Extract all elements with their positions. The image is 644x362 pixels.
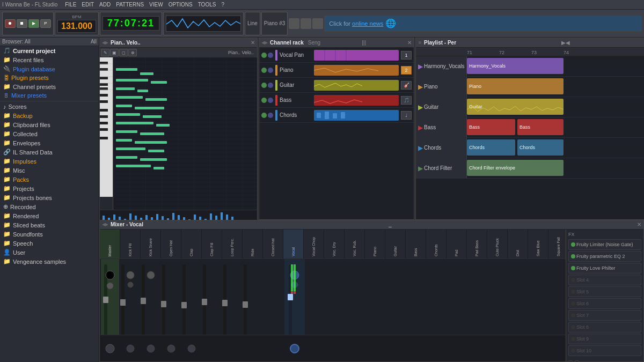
menu-options[interactable]: OPTIONS [166,2,195,8]
ch-pattern-piano[interactable] [314,65,399,76]
cr-num-2[interactable]: 2 [401,66,412,75]
fx-slot-7[interactable]: Slot 7 [568,310,641,321]
mixer-side-fader-2[interactable] [575,360,579,361]
cr-solo-4[interactable] [268,98,273,103]
fx-slot-2[interactable]: Fruity parametric EQ 2 [568,251,641,262]
pl-block-filter-1[interactable]: Chord Filter envelope [467,160,564,176]
menu-patterns[interactable]: PATTERNS [114,2,146,8]
ch-pattern-1[interactable] [314,50,399,61]
fx-slot-3[interactable]: Fruity Love Philter [568,263,641,274]
mixer-ch-loop-perc[interactable]: Loop Perc. [222,230,243,258]
piano-roll-notes-area[interactable] [113,57,257,210]
record-button[interactable]: ⏺ [5,19,16,28]
mixer-ch-kick-fill[interactable]: Kick Fill [120,230,141,258]
mixer-close[interactable]: ✕ [637,221,641,227]
sidebar-item-collected[interactable]: 📁 Collected [0,129,99,138]
sidebar-item-il-shared[interactable]: 🔗 IL Shared Data [0,147,99,157]
sidebar-item-recorded[interactable]: ⊕ Recorded [0,202,99,211]
sidebar-item-plugin-database[interactable]: 🔌 Plugin database [0,64,99,73]
cr-mute-3[interactable] [261,83,267,88]
sidebar-item-scores[interactable]: ♪ Scores [0,102,99,111]
mixer-ch-bass-mix[interactable]: Bass [406,230,426,258]
cr-mute-1[interactable] [261,53,267,58]
mixer-ch-cute-pluck[interactable]: Cute Pluck [487,230,508,258]
sidebar-item-user[interactable]: 👤 User [0,248,99,257]
fx-slot-1[interactable]: Fruity Limiter (Noise Gate) [568,239,641,250]
cr-num-3[interactable]: 🎸 [401,81,412,90]
fx-slot-10[interactable]: Slot 10 [568,345,641,356]
sidebar-item-impulses[interactable]: 📁 Impulses [0,157,99,166]
mixer-ch-guitar-mix[interactable]: Guitar [385,230,406,258]
ch-pattern-guitar[interactable] [314,80,399,91]
sidebar-item-current-project[interactable]: 🎵 Current project [0,46,99,55]
pl-track-content-chords[interactable]: Chords Chords [467,138,644,158]
sidebar-item-envelopes[interactable]: 📁 Envelopes [0,138,99,147]
pl-block-piano-1[interactable]: Piano [467,78,564,94]
pl-track-content-piano[interactable]: Piano [467,77,644,97]
sidebar-expand-btn[interactable]: All [91,39,97,45]
mixer-minimize[interactable]: _ [389,221,392,227]
pl-block-guitar-1[interactable]: Guitar [467,99,564,115]
sidebar-item-speech[interactable]: 📁 Speech [0,239,99,248]
cr-solo-5[interactable] [268,113,273,118]
channel-rack-close[interactable]: ✕ [407,40,412,46]
pl-track-content-bass[interactable]: Bass Bass [467,117,644,137]
menu-tools[interactable]: TOOLS [196,2,218,8]
pl-track-content-vocals[interactable]: Harmony_Vocals [467,56,644,76]
mixer-ch-ride[interactable]: Ride [243,230,263,258]
sidebar-item-channel-presets[interactable]: 📁 Channel presets [0,82,99,91]
ch-pattern-bass[interactable] [314,95,399,106]
sidebar-item-clipboard[interactable]: 📁 Clipboard files [0,120,99,129]
menu-add[interactable]: ADD [97,2,113,8]
fx-slot-9[interactable]: Slot 9 [568,334,641,344]
sidebar-item-recent-files[interactable]: 📁 Recent files [0,55,99,64]
pl-block-chords-2[interactable]: Chords [517,139,564,156]
mixer-ch-vocal-chop[interactable]: Vocal Chop [304,230,324,258]
mixer-ch-dist[interactable]: Dist [508,230,528,258]
ch-pattern-chords[interactable] [314,110,399,121]
pl-track-content-filter[interactable]: Chord Filter envelope [467,158,644,178]
mixer-ch-open-hat[interactable]: Open Hat [161,230,181,258]
play-button[interactable]: ▶ [28,19,39,28]
pr-tool-erase[interactable]: ◻ [119,49,128,56]
menu-edit[interactable]: EDIT [79,2,96,8]
cr-num-5[interactable]: ♩ [401,111,412,120]
toolbar-icon-1[interactable] [289,18,299,29]
news-link[interactable]: online news [352,20,383,27]
menu-view[interactable]: VIEW [147,2,165,8]
mixer-ch-voc-dry[interactable]: Voc. Dry [324,230,345,258]
sidebar-item-mixer-presets[interactable]: 🎚 Mixer presets [0,91,99,100]
mixer-ch-voc-rub[interactable]: Voc. Rub. [345,230,365,258]
mixer-side-fader-1[interactable] [568,360,573,361]
toolbar-icon-2[interactable] [301,18,311,29]
pl-block-bass-1[interactable]: Bass [467,119,515,135]
cr-mute-5[interactable] [261,113,267,118]
mixer-ch-vocal[interactable]: Vocal [283,230,304,258]
cr-num-1[interactable]: 1 [401,51,412,60]
fx-slot-8[interactable]: Slot 8 [568,322,641,333]
cr-solo-1[interactable] [268,53,273,58]
pl-block-chords-1[interactable]: Chords [467,139,515,156]
sidebar-item-misc[interactable]: 📁 Misc [0,166,99,175]
stop-button[interactable]: ⏹ [17,19,27,28]
pr-tool-zoom[interactable]: ⊕ [128,49,137,56]
pl-block-vocals-1[interactable]: Harmony_Vocals [467,58,564,74]
mixer-ch-closed-hat[interactable]: Closed hat [263,230,283,258]
pl-block-bass-2[interactable]: Bass [517,119,564,135]
mixer-ch-chords-mix[interactable]: Chords [426,230,447,258]
pattern-button[interactable]: P [40,19,51,28]
mixer-ch-clap[interactable]: Clap [181,230,202,258]
mixer-ch-master[interactable]: Master [100,230,120,258]
fx-slot-5[interactable]: Slot 5 [568,286,641,297]
pl-track-content-guitar[interactable]: Guitar [467,97,644,117]
cr-num-4[interactable]: 🎵 [401,96,412,105]
sidebar-item-packs[interactable]: 📁 Packs [0,175,99,184]
mixer-ch-pad-bass[interactable]: Pad Bass [467,230,487,258]
piano-roll-close[interactable]: ✕ [251,40,255,46]
mixer-ch-clap-fill[interactable]: Clap Fill [202,230,222,258]
sidebar-item-plugin-presets[interactable]: 🎛 Plugin presets [0,73,99,82]
pr-tool-draw[interactable]: ✎ [101,49,109,56]
cr-mute-2[interactable] [261,68,267,73]
sidebar-item-backup[interactable]: 📁 Backup [0,111,99,120]
sidebar-item-rendered[interactable]: 📁 Rendered [0,211,99,220]
